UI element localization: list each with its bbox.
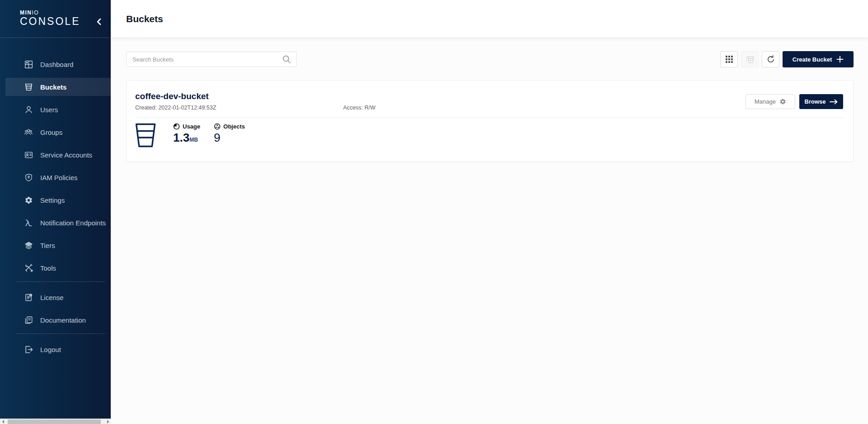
sidebar-item-label: Documentation (40, 316, 86, 324)
search-icon (282, 55, 291, 64)
sidebar-item-label: Dashboard (40, 61, 73, 68)
sidebar-menu: DashboardBucketsUsersGroupsService Accou… (0, 38, 111, 363)
page-header: Buckets (111, 0, 868, 38)
sidebar-item-groups[interactable]: Groups (0, 123, 111, 141)
objects-label-row: Objects (214, 123, 245, 130)
brand-name-bold: MIN (20, 10, 32, 16)
sidebar-divider (16, 333, 105, 334)
license-icon (24, 293, 33, 302)
sidebar: MINIO CONSOLE DashboardBucketsUsersGroup… (0, 0, 111, 419)
scrollbar-thumb[interactable] (8, 419, 101, 424)
usage-label: Usage (183, 123, 200, 130)
scroll-right-arrow-icon[interactable] (107, 420, 109, 424)
buckets-toolbar: Create Bucket (126, 51, 854, 67)
grid-view-icon (725, 55, 733, 63)
groups-icon (24, 128, 33, 137)
sidebar-item-settings[interactable]: Settings (0, 191, 111, 209)
tools-icon (24, 263, 33, 272)
sidebar-item-tiers[interactable]: Tiers (0, 236, 111, 254)
sidebar-item-label: Users (40, 106, 58, 114)
buckets-icon (24, 82, 33, 91)
horizontal-scrollbar[interactable] (0, 419, 111, 424)
sidebar-item-label: Logout (40, 346, 61, 353)
gear-icon (779, 98, 786, 105)
grid-view-button[interactable] (720, 51, 738, 67)
brand-name: MINIO (20, 10, 111, 15)
objects-value: 9 (214, 131, 245, 144)
bucket-icon (135, 123, 156, 148)
usage-label-row: Usage (173, 123, 200, 130)
usage-stat: Usage 1.3MB (173, 123, 200, 147)
sidebar-item-label: License (40, 294, 64, 301)
documentation-icon (24, 315, 33, 324)
bucket-card-info: coffee-dev-bucket Created: 2022-01-02T12… (135, 91, 376, 111)
sidebar-item-service-accounts[interactable]: Service Accounts (0, 146, 111, 164)
delete-multiple-buckets-button (741, 51, 759, 67)
arrow-right-icon (830, 99, 838, 105)
dashboard-icon (24, 60, 33, 69)
sidebar-item-iam-policies[interactable]: IAM Policies (0, 168, 111, 186)
bucket-name-link[interactable]: coffee-dev-bucket (135, 91, 376, 101)
sidebar-item-label: Service Accounts (40, 151, 92, 159)
manage-button[interactable]: Manage (745, 94, 795, 109)
manage-label: Manage (755, 98, 776, 105)
refresh-button[interactable] (762, 51, 779, 67)
settings-icon (24, 195, 33, 205)
content-area: Create Bucket coffee-dev-bucket Created:… (111, 38, 868, 424)
brand-logo: MINIO CONSOLE (0, 0, 111, 38)
search-wrap (126, 52, 297, 67)
refresh-icon (766, 55, 775, 64)
objects-label: Objects (223, 123, 245, 130)
sidebar-divider (16, 281, 105, 282)
create-bucket-label: Create Bucket (793, 56, 832, 63)
sidebar-item-notification-endpoints[interactable]: Notification Endpoints (0, 214, 111, 232)
sidebar-item-documentation[interactable]: Documentation (0, 311, 111, 329)
usage-value: 1.3MB (173, 131, 200, 147)
bucket-card-top: coffee-dev-bucket Created: 2022-01-02T12… (135, 91, 843, 111)
create-bucket-button[interactable]: Create Bucket (783, 51, 854, 67)
browse-button[interactable]: Browse (799, 94, 843, 109)
sidebar-item-label: Tiers (40, 242, 55, 249)
sidebar-item-buckets[interactable]: Buckets (5, 78, 111, 96)
bucket-stats: Usage 1.3MB Objects 9 (135, 118, 843, 148)
tiers-icon (24, 241, 33, 250)
sidebar-item-logout[interactable]: Logout (0, 340, 111, 358)
users-icon (24, 105, 33, 114)
sidebar-item-label: Notification Endpoints (40, 219, 106, 227)
bucket-actions: Manage Browse (745, 94, 843, 111)
scroll-left-arrow-icon[interactable] (2, 420, 4, 424)
objects-stat: Objects 9 (214, 123, 245, 144)
browse-label: Browse (805, 98, 826, 105)
sidebar-item-license[interactable]: License (0, 288, 111, 306)
page-title: Buckets (126, 14, 163, 24)
usage-number: 1.3 (173, 131, 189, 144)
sidebar-item-label: Groups (40, 129, 62, 136)
main-column: Buckets (111, 0, 868, 424)
bucket-created: Created: 2022-01-02T12:49:53Z (135, 105, 343, 111)
plus-icon (836, 56, 844, 63)
usage-unit: MB (189, 137, 198, 143)
logout-icon (24, 345, 33, 354)
service-accounts-icon (24, 150, 33, 159)
sidebar-column: MINIO CONSOLE DashboardBucketsUsersGroup… (0, 0, 111, 424)
sidebar-item-tools[interactable]: Tools (0, 259, 111, 277)
toolbar-actions: Create Bucket (720, 51, 854, 67)
search-input[interactable] (126, 52, 297, 67)
delete-buckets-icon (745, 55, 755, 64)
usage-pie-icon (173, 123, 180, 130)
sidebar-item-label: Settings (40, 196, 65, 204)
brand-name-light: IO (32, 10, 39, 16)
sidebar-collapse-button[interactable] (96, 17, 104, 26)
sidebar-item-users[interactable]: Users (0, 100, 111, 119)
bucket-meta: Created: 2022-01-02T12:49:53Z Access: R/… (135, 105, 376, 111)
sidebar-item-label: Tools (40, 264, 56, 272)
bucket-card: coffee-dev-bucket Created: 2022-01-02T12… (126, 80, 854, 162)
sidebar-item-label: Buckets (40, 83, 66, 91)
sidebar-item-label: IAM Policies (40, 174, 78, 181)
bucket-access: Access: R/W (343, 105, 376, 111)
sidebar-item-dashboard[interactable]: Dashboard (0, 55, 111, 73)
iam-policies-icon (24, 173, 33, 182)
chevron-left-icon (96, 18, 104, 25)
app-root: MINIO CONSOLE DashboardBucketsUsersGroup… (0, 0, 868, 424)
lambda-icon (24, 218, 33, 227)
